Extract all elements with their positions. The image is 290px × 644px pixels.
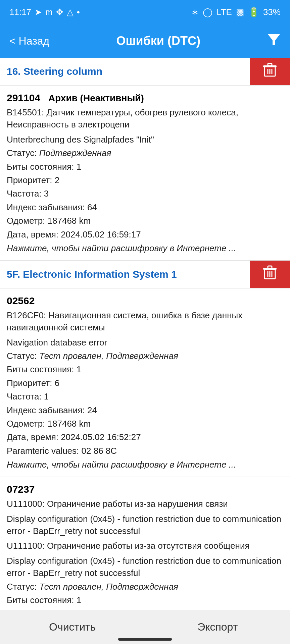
m-icon: m (45, 7, 53, 17)
dtc-status-detail-07237: Статус: Тест провален, Подтвержденная (7, 581, 283, 593)
move-icon: ✥ (56, 7, 63, 17)
trash-icon-steering (262, 63, 277, 80)
dot-icon: • (77, 7, 80, 17)
dtc-desc-line2-291104: Unterbrechung des Signalpfades "Init" (7, 133, 283, 146)
status-left: 11:17 ➤ m ✥ △ • (9, 7, 80, 17)
dtc-bits-291104: Биты состояния: 1 (7, 161, 283, 173)
dtc-status-detail-291104: Статус: Подтвержденная (7, 147, 283, 159)
dtc-desc-display1-07237: Display configuration (0x45) - function … (7, 513, 283, 537)
dtc-status-291104: Архив (Неактивный) (48, 93, 144, 103)
delete-electronic-button[interactable] (250, 261, 290, 288)
bluetooth-icon: ∗ (191, 7, 199, 17)
battery-icon: 🔋 (248, 7, 259, 17)
dtc-desc-line1-291104: B145501: Датчик температуры, обогрев рул… (7, 106, 283, 131)
content-area: 16. Steering column 291104 Архив (Неакти… (0, 58, 290, 644)
svg-rect-9 (268, 266, 272, 268)
lte-label: LTE (216, 7, 232, 17)
dtc-desc-line1-02562: B126CF0: Навигационная система, ошибка в… (7, 309, 283, 334)
page-title: Ошибки (DTC) (116, 34, 200, 48)
dtc-forgetting-02562: Индекс забывания: 24 (7, 404, 283, 416)
dtc-status-detail-02562: Статус: Тест провален, Подтвержденная (7, 350, 283, 362)
dtc-desc-line2-02562: Navigation database error (7, 336, 283, 348)
dtc-header-02562: 02562 (7, 295, 283, 307)
back-button[interactable]: < Назад (9, 35, 49, 47)
dtc-datetime-02562: Дата, время: 2024.05.02 16:52:27 (7, 431, 283, 443)
dtc-frequency-02562: Частота: 1 (7, 390, 283, 402)
dtc-odometer-02562: Одометр: 187468 km (7, 418, 283, 430)
section-electronic-info: 5F. Electronic Information System 1 (0, 261, 290, 288)
status-bar: 11:17 ➤ m ✥ △ • ∗ ◯ LTE ▩ 🔋 33% (0, 0, 290, 24)
section-title-steering: 16. Steering column (0, 58, 250, 85)
dtc-code-291104: 291104 (7, 92, 40, 103)
dtc-header-291104: 291104 Архив (Неактивный) (7, 92, 283, 104)
dtc-forgetting-291104: Индекс забывания: 64 (7, 201, 283, 213)
dtc-desc-u111000-07237: U111000: Ограничение работы из-за наруше… (7, 498, 283, 510)
navigation-icon: ➤ (35, 7, 42, 17)
dtc-priority-291104: Приоритет: 2 (7, 174, 283, 186)
dtc-code-02562: 02562 (7, 295, 35, 306)
delete-steering-button[interactable] (250, 58, 290, 85)
dtc-entry-02562[interactable]: 02562 B126CF0: Навигационная система, ош… (0, 288, 290, 477)
dtc-link-02562[interactable]: Нажмите, чтобы найти расшифровку в Интер… (7, 460, 283, 470)
dtc-desc-display2-07237: Display configuration (0x45) - function … (7, 555, 283, 579)
home-indicator (118, 638, 172, 641)
dtc-code-07237: 07237 (7, 484, 35, 495)
filter-icon[interactable] (267, 33, 281, 49)
signal-icon: ▩ (236, 7, 244, 17)
dtc-bits-07237: Биты состояния: 1 (7, 594, 283, 606)
svg-rect-3 (268, 63, 272, 66)
dtc-link-291104[interactable]: Нажмите, чтобы найти расшифровку в Интер… (7, 243, 283, 254)
dtc-desc-u111100-07237: U111100: Ограничение работы из-за отсутс… (7, 540, 283, 552)
dtc-paramteric-02562: Paramteric values: 02 86 8C (7, 445, 283, 457)
section-title-electronic: 5F. Electronic Information System 1 (0, 261, 250, 288)
triangle-icon: △ (67, 7, 74, 17)
dtc-header-07237: 07237 (7, 484, 283, 495)
dtc-priority-02562: Приоритет: 6 (7, 377, 283, 389)
section-steering-column: 16. Steering column (0, 58, 290, 86)
dtc-frequency-291104: Частота: 3 (7, 187, 283, 200)
dtc-entry-291104[interactable]: 291104 Архив (Неактивный) B145501: Датчи… (0, 86, 290, 261)
dtc-odometer-291104: Одометр: 187468 km (7, 215, 283, 227)
trash-icon-electronic (262, 265, 277, 283)
app-header: < Назад Ошибки (DTC) (0, 24, 290, 58)
dtc-datetime-291104: Дата, время: 2024.05.02 16:59:17 (7, 228, 283, 240)
status-right: ∗ ◯ LTE ▩ 🔋 33% (191, 7, 281, 17)
time-display: 11:17 (9, 7, 31, 17)
battery-percent: 33% (263, 7, 281, 17)
svg-marker-0 (268, 34, 280, 45)
dtc-bits-02562: Биты состояния: 1 (7, 363, 283, 375)
location-icon: ◯ (203, 7, 212, 17)
